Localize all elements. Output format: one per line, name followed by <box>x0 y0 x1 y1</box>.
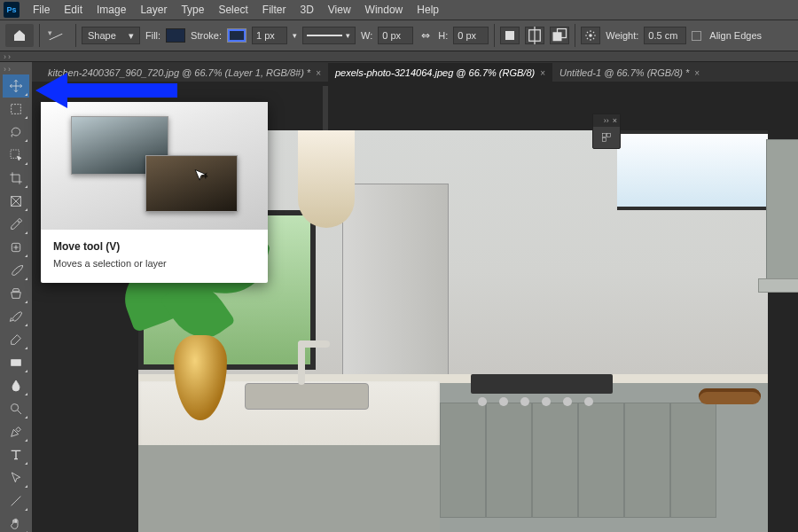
weight-label: Weight: <box>606 30 638 41</box>
menu-layer[interactable]: Layer <box>134 2 173 18</box>
pen-tool[interactable] <box>3 420 29 443</box>
tooltip-preview <box>41 102 268 230</box>
path-select-tool[interactable] <box>3 466 29 489</box>
menu-window[interactable]: Window <box>359 2 410 18</box>
shape-mode-label: Shape <box>88 30 116 41</box>
stroke-swatch[interactable] <box>227 28 246 43</box>
image-region-knobs <box>478 397 606 410</box>
frame-tool[interactable] <box>3 190 29 213</box>
quick-select-tool[interactable] <box>3 144 29 167</box>
dodge-tool[interactable] <box>3 397 29 420</box>
tab-pexels[interactable]: pexels-photo-3214064.jpeg @ 66.7% (RGB/8… <box>328 63 552 82</box>
svg-point-4 <box>589 34 592 37</box>
path-alignment-button[interactable] <box>525 27 544 44</box>
eraser-tool[interactable] <box>3 328 29 351</box>
close-icon[interactable]: × <box>316 68 321 78</box>
image-region-hood <box>766 139 798 281</box>
collapsed-panel[interactable]: ›› × <box>592 113 621 149</box>
svg-rect-18 <box>607 133 611 137</box>
close-icon[interactable]: × <box>694 68 700 78</box>
divider <box>75 24 76 47</box>
image-region-upper-cabinets <box>440 130 768 308</box>
svg-line-15 <box>18 411 21 414</box>
type-tool[interactable] <box>3 443 29 466</box>
fill-label: Fill: <box>145 30 160 41</box>
svg-line-16 <box>12 497 21 506</box>
menu-view[interactable]: View <box>322 2 357 18</box>
svg-rect-5 <box>12 105 21 114</box>
menu-file[interactable]: File <box>27 2 56 18</box>
image-region-island-side <box>138 445 440 532</box>
divider <box>494 24 495 47</box>
toolbox: ›› <box>0 62 32 532</box>
options-bar: Shape▾ Fill: Stroke: 1 px ▾ ▾ W: 0 px ⇔ … <box>0 20 798 51</box>
close-icon[interactable]: × <box>540 68 545 78</box>
image-region-pendant-light <box>298 130 355 228</box>
menu-image[interactable]: Image <box>90 2 132 18</box>
stroke-width-input[interactable]: 1 px <box>252 27 287 44</box>
path-arrangement-button[interactable] <box>550 27 569 44</box>
tab-untitled[interactable]: Untitled-1 @ 66.7% (RGB/8) *× <box>552 63 707 82</box>
gradient-tool[interactable] <box>3 351 29 374</box>
menu-select[interactable]: Select <box>212 2 254 18</box>
svg-rect-17 <box>602 133 606 137</box>
shape-mode-select[interactable]: Shape▾ <box>82 27 140 44</box>
close-icon[interactable]: × <box>613 116 617 125</box>
line-tool[interactable] <box>3 489 29 512</box>
hand-tool[interactable] <box>3 512 29 532</box>
home-button[interactable] <box>5 24 34 47</box>
tool-preset-picker[interactable] <box>45 26 70 45</box>
app-logo[interactable]: Ps <box>4 2 20 18</box>
align-edges-checkbox[interactable] <box>692 31 701 41</box>
path-operations-button[interactable] <box>500 27 520 44</box>
tab-label: pexels-photo-3214064.jpeg @ 66.7% (RGB/8… <box>335 67 535 78</box>
tab-label: Untitled-1 @ 66.7% (RGB/8) * <box>559 67 689 78</box>
blur-tool[interactable] <box>3 374 29 397</box>
stroke-style-select[interactable]: ▾ <box>302 27 356 44</box>
svg-rect-13 <box>12 360 21 366</box>
menu-3d[interactable]: 3D <box>293 2 319 18</box>
move-tool[interactable] <box>3 74 29 98</box>
image-region-faucet <box>298 340 305 385</box>
image-region-range <box>471 374 613 394</box>
stroke-label: Stroke: <box>191 30 222 41</box>
link-icon[interactable]: ⇔ <box>419 28 433 43</box>
menu-type[interactable]: Type <box>175 2 210 18</box>
divider <box>575 24 575 47</box>
home-icon <box>12 28 27 43</box>
svg-rect-19 <box>602 138 606 142</box>
height-label: H: <box>438 30 448 41</box>
panel-titlebar[interactable]: ›› × <box>593 114 620 127</box>
toolbox-expand[interactable]: ›› <box>0 64 32 74</box>
image-region-tray <box>699 388 761 404</box>
menu-help[interactable]: Help <box>411 2 445 18</box>
width-label: W: <box>361 30 372 41</box>
annotation-arrow <box>35 76 177 103</box>
svg-point-14 <box>12 404 19 411</box>
marquee-tool[interactable] <box>3 98 29 121</box>
menu-filter[interactable]: Filter <box>256 2 293 18</box>
eyedropper-tool[interactable] <box>3 213 29 236</box>
healing-brush-tool[interactable] <box>3 236 29 259</box>
fill-swatch[interactable] <box>166 28 185 43</box>
tooltip-title: Move tool (V) <box>53 240 255 253</box>
move-cursor-icon <box>192 168 209 185</box>
menu-edit[interactable]: Edit <box>58 2 89 18</box>
crop-tool[interactable] <box>3 167 29 190</box>
align-edges-label: Align Edges <box>709 30 762 41</box>
tool-tooltip: Move tool (V) Moves a selection or layer <box>41 102 268 283</box>
tooltip-description: Moves a selection or layer <box>53 258 255 269</box>
gear-icon[interactable] <box>581 27 600 44</box>
collapse-icon[interactable]: ›› <box>604 116 609 125</box>
brush-tool[interactable] <box>3 259 29 282</box>
width-input[interactable]: 0 px <box>378 27 413 44</box>
history-brush-tool[interactable] <box>3 305 29 328</box>
weight-input[interactable]: 0.5 cm <box>644 27 686 44</box>
panel-icon-button[interactable] <box>593 127 620 148</box>
chevron-down-icon[interactable]: ▾ <box>293 31 297 40</box>
clone-stamp-tool[interactable] <box>3 282 29 305</box>
toolbar-expand-row[interactable]: ›› <box>0 51 798 62</box>
lasso-tool[interactable] <box>3 121 29 144</box>
chevron-down-icon: ▾ <box>129 30 134 42</box>
height-input[interactable]: 0 px <box>453 27 489 44</box>
